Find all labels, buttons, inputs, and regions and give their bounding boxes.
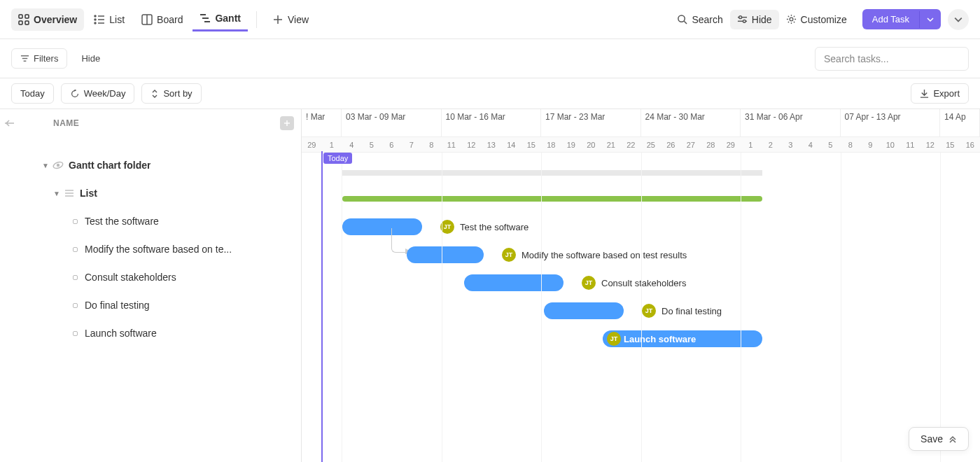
- gantt-bar[interactable]: [342, 218, 422, 235]
- overview-icon: [18, 14, 29, 25]
- search-icon: [677, 14, 687, 24]
- tab-gantt-label: Gantt: [215, 13, 241, 24]
- day-header-cell: 7: [402, 137, 422, 152]
- week-header-cell: ! Mar: [302, 109, 342, 136]
- tab-overview-label: Overview: [34, 14, 77, 25]
- gantt-bar[interactable]: [407, 246, 484, 263]
- assignee-avatar[interactable]: JT: [607, 332, 621, 346]
- chevron-up-double-icon: [948, 435, 957, 443]
- task-row[interactable]: Test the software: [0, 207, 301, 235]
- gantt-bar[interactable]: JT Launch software: [603, 330, 762, 347]
- export-label: Export: [933, 88, 960, 99]
- add-task-button[interactable]: Add Task: [862, 9, 941, 29]
- folder-row[interactable]: ▼ Gantt chart folder: [0, 151, 301, 179]
- timeline-day-header: 2914567811121314151819202122252627282912…: [302, 137, 980, 153]
- search-button[interactable]: Search: [670, 10, 729, 29]
- day-header-cell: 12: [461, 137, 482, 152]
- zoom-icon: [70, 89, 80, 99]
- grid-line: [442, 153, 442, 462]
- assignee-avatar[interactable]: JT: [440, 220, 454, 234]
- gantt-timeline[interactable]: ! Mar03 Mar - 09 Mar10 Mar - 16 Mar17 Ma…: [302, 109, 980, 462]
- day-header-cell: 15: [522, 137, 542, 152]
- assignee-avatar[interactable]: JT: [642, 304, 656, 318]
- svg-point-4: [94, 15, 96, 17]
- sliders-icon: [737, 14, 748, 24]
- task-name: Consult stakeholders: [85, 272, 176, 283]
- tab-board[interactable]: Board: [134, 8, 190, 31]
- list-range-bar[interactable]: [342, 196, 762, 202]
- day-header-cell: 27: [681, 137, 701, 152]
- gantt-bar-label: JT Test the software: [440, 220, 528, 234]
- zoom-weekday-button[interactable]: Week/Day: [61, 83, 135, 104]
- folder-range-bar[interactable]: [342, 170, 762, 176]
- bar-text: Launch software: [624, 334, 696, 344]
- export-button[interactable]: Export: [911, 83, 969, 104]
- day-header-cell: 26: [661, 137, 681, 152]
- week-header-cell: 31 Mar - 06 Apr: [741, 109, 841, 136]
- hide-columns-button[interactable]: Hide: [73, 49, 108, 68]
- task-row[interactable]: Consult stakeholders: [0, 263, 301, 291]
- task-row[interactable]: Launch software: [0, 319, 301, 347]
- filters-button[interactable]: Filters: [11, 48, 67, 69]
- sortby-button[interactable]: Sort by: [141, 83, 201, 104]
- bar-text: Do final testing: [662, 306, 722, 316]
- svg-point-6: [94, 19, 96, 20]
- download-icon: [920, 89, 929, 98]
- assignee-avatar[interactable]: JT: [582, 276, 596, 290]
- day-header-cell: 28: [701, 137, 721, 152]
- tab-list-label: List: [109, 14, 125, 25]
- day-header-cell: 1: [741, 137, 761, 152]
- svg-rect-1: [25, 15, 29, 18]
- customize-button[interactable]: Customize: [779, 10, 854, 29]
- bar-text: Consult stakeholders: [601, 278, 686, 288]
- gantt-controls-bar: Today Week/Day Sort by Export: [0, 78, 980, 109]
- search-placeholder: Search tasks...: [824, 53, 889, 64]
- day-header-cell: 8: [421, 137, 442, 152]
- more-button[interactable]: [948, 9, 969, 30]
- list-row[interactable]: ▼ List: [0, 179, 301, 207]
- chevron-down-icon: [954, 15, 962, 24]
- day-header-cell: 6: [382, 137, 402, 152]
- tab-divider: [256, 11, 257, 28]
- caret-down-icon: ▼: [42, 162, 52, 169]
- task-name: Do final testing: [85, 300, 150, 311]
- today-tag: Today: [323, 153, 352, 164]
- hide-button[interactable]: Hide: [730, 10, 779, 29]
- day-header-cell: 19: [561, 137, 582, 152]
- assignee-avatar[interactable]: JT: [502, 248, 516, 262]
- status-bullet-icon: [73, 219, 78, 224]
- gantt-bar[interactable]: [464, 274, 564, 291]
- view-tabs: Overview List Board Gantt View: [11, 7, 316, 31]
- tab-new-view[interactable]: View: [265, 8, 316, 31]
- tab-list[interactable]: List: [87, 8, 132, 31]
- day-header-cell: 13: [482, 137, 502, 152]
- day-header-cell: 3: [780, 137, 801, 152]
- today-button[interactable]: Today: [11, 83, 54, 104]
- add-task-dropdown[interactable]: [919, 11, 941, 28]
- folder-name: Gantt chart folder: [69, 160, 150, 171]
- gantt-body: Today JT Test the software ▶ JT Modify t…: [302, 153, 980, 462]
- search-tasks-input[interactable]: Search tasks...: [815, 47, 969, 71]
- add-column-button[interactable]: [280, 116, 294, 130]
- svg-point-17: [678, 15, 685, 22]
- tab-board-label: Board: [157, 14, 183, 25]
- svg-line-18: [685, 21, 687, 24]
- task-row[interactable]: Modify the software based on te...: [0, 235, 301, 263]
- bar-text: Test the software: [460, 222, 528, 232]
- hide-label: Hide: [752, 14, 772, 25]
- day-header-cell: 4: [342, 137, 362, 152]
- week-header-cell: 17 Mar - 23 Mar: [541, 109, 641, 136]
- list-name: List: [80, 188, 97, 199]
- week-header-cell: 03 Mar - 09 Mar: [342, 109, 442, 136]
- collapse-panel-button[interactable]: [4, 118, 15, 128]
- grid-line: [641, 153, 642, 462]
- gantt-bar[interactable]: [544, 302, 624, 319]
- grid-line: [342, 153, 342, 462]
- week-header-cell: 14 Ap: [940, 109, 980, 136]
- day-header-cell: 4: [801, 137, 821, 152]
- task-row[interactable]: Do final testing: [0, 291, 301, 319]
- day-header-cell: 5: [820, 137, 841, 152]
- tab-overview[interactable]: Overview: [11, 8, 84, 31]
- save-button[interactable]: Save: [909, 427, 969, 451]
- tab-gantt[interactable]: Gantt: [192, 7, 248, 31]
